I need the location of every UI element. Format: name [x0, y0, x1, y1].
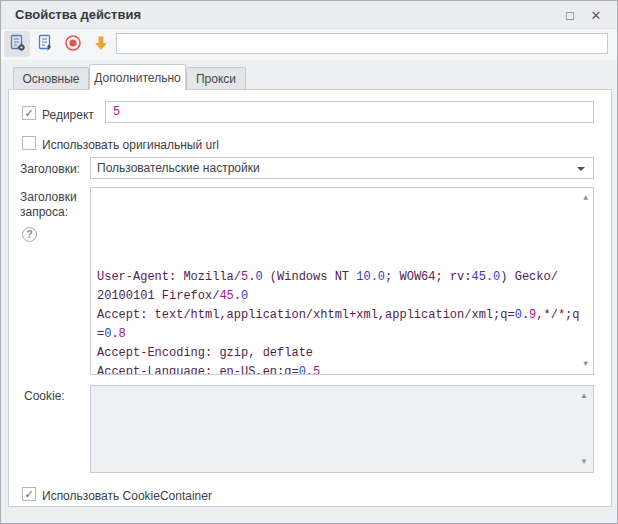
chevron-down-icon	[577, 167, 585, 171]
headers-select-value: Пользовательские настройки	[97, 161, 260, 175]
record-icon	[63, 33, 83, 56]
code-line: User-Agent: Mozilla/5.0 (Windows NT 10.0…	[97, 268, 587, 287]
maximize-button[interactable]: □	[557, 4, 583, 26]
tab-advanced-label: Дополнительно	[94, 71, 180, 85]
scroll-down-icon[interactable]: ▼	[580, 458, 588, 466]
scroll-down-icon[interactable]: ▼	[583, 360, 588, 368]
tab-proxy-label: Прокси	[196, 72, 236, 86]
cookie-container-checkbox[interactable]: ✓	[22, 487, 36, 501]
check-icon: ✓	[24, 489, 33, 500]
headers-select-label: Заголовки:	[20, 162, 80, 176]
action-run-button[interactable]	[32, 31, 58, 57]
window-buttons: □ ✕	[557, 1, 609, 29]
action-properties-window: Свойства действия □ ✕	[0, 0, 618, 524]
window-title: Свойства действия	[15, 7, 141, 22]
record-button[interactable]	[60, 31, 86, 57]
headers-select[interactable]: Пользовательские настройки	[90, 157, 594, 179]
scroll-up-icon[interactable]: ▲	[580, 392, 588, 400]
cookie-container-label: Использовать CookieContainer	[42, 489, 212, 503]
tab-basic[interactable]: Основные	[13, 67, 89, 90]
toolbar	[1, 29, 617, 60]
code-line: Accept-Encoding: gzip, deflate	[97, 344, 587, 363]
advanced-tab-panel: ✓ Редирект 5 Использовать оригинальный u…	[8, 89, 612, 507]
request-headers-editor[interactable]: ▲ ▼ User-Agent: Mozilla/5.0 (Windows NT …	[90, 187, 594, 375]
close-button[interactable]: ✕	[583, 4, 609, 26]
original-url-label: Использовать оригинальный url	[42, 138, 219, 152]
titlebar: Свойства действия □ ✕	[1, 1, 617, 29]
document-settings-icon	[7, 33, 27, 56]
redirect-checkbox[interactable]: ✓	[22, 106, 36, 120]
action-settings-button[interactable]	[4, 31, 30, 57]
cookie-label: Cookie:	[24, 389, 65, 403]
redirect-label: Редирект	[42, 108, 94, 122]
document-lightning-icon	[35, 33, 55, 56]
redirect-input[interactable]: 5	[105, 101, 594, 123]
toolbar-input[interactable]	[116, 33, 608, 54]
check-icon: ✓	[24, 108, 33, 119]
help-icon[interactable]: ?	[22, 227, 37, 242]
close-icon: ✕	[591, 8, 602, 23]
code-line: Accept-Language: en-US,en;q=0.5	[97, 363, 587, 375]
redirect-input-value: 5	[113, 105, 120, 119]
code-line: 20100101 Firefox/45.0	[97, 287, 587, 306]
tab-advanced[interactable]: Дополнительно	[89, 64, 186, 90]
request-headers-label: Заголовки запроса:	[20, 190, 90, 220]
download-button[interactable]	[88, 31, 114, 57]
original-url-checkbox[interactable]	[22, 136, 36, 150]
cookie-editor[interactable]: ▲ ▼	[90, 385, 594, 473]
download-arrow-icon	[91, 33, 111, 56]
tab-basic-label: Основные	[23, 72, 80, 86]
maximize-icon: □	[566, 8, 574, 23]
question-mark: ?	[26, 229, 32, 240]
code-line: =0.8	[97, 325, 587, 344]
scroll-up-icon[interactable]: ▲	[583, 194, 588, 202]
tab-proxy[interactable]: Прокси	[186, 67, 246, 90]
code-line: Accept: text/html,application/xhtml+xml,…	[97, 306, 587, 325]
